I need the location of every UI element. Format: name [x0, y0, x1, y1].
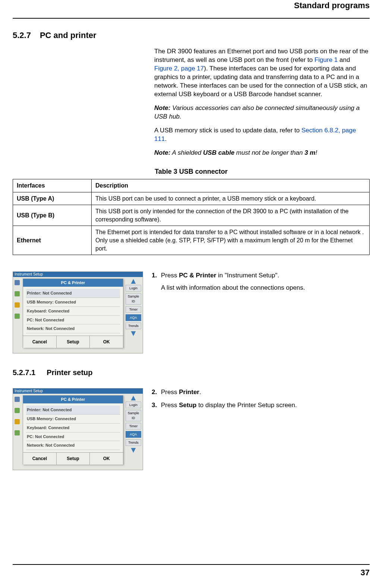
- usb-connector-table: Interfaces Description USB (Type A) This…: [13, 179, 370, 255]
- list-item[interactable]: PC: Not Connected: [26, 432, 120, 441]
- list-item[interactable]: Network: Not Connected: [26, 324, 120, 333]
- timer-button[interactable]: Timer: [126, 423, 141, 430]
- cancel-button[interactable]: Cancel: [23, 336, 57, 348]
- ok-button[interactable]: OK: [90, 336, 123, 348]
- desc-ethernet: The Ethernet port is intended for data t…: [92, 226, 370, 255]
- sidebar-icon: [15, 302, 20, 308]
- table-header-interfaces: Interfaces: [13, 179, 92, 192]
- list-item[interactable]: Keyboard: Connected: [26, 424, 120, 432]
- intro-paragraph: The DR 3900 features an Ethernet port an…: [154, 47, 370, 99]
- screenshot-pc-printer-2: Instrument Setup PC & Printer Printer: N…: [13, 388, 143, 470]
- desc-usb-a: This USB port can be used to connect a p…: [92, 192, 370, 205]
- figure2-link[interactable]: Figure 2, page 17: [154, 65, 204, 72]
- top-rule: [13, 18, 370, 19]
- sidebar-icon: [15, 419, 20, 424]
- screenshot-rightbar: ▲ Login Sample ID Timer AQA Trends ▼: [126, 395, 141, 467]
- step1-block: Press PC & Printer in "Instrument Setup"…: [152, 271, 370, 297]
- pc-printer-dialog: PC & Printer Printer: Not Connected USB …: [23, 395, 123, 465]
- window-title: Instrument Setup: [13, 388, 143, 394]
- sampleid-button[interactable]: Sample ID: [126, 293, 141, 304]
- list-item[interactable]: PC: Not Connected: [26, 316, 120, 325]
- body-column: The DR 3900 features an Ethernet port an…: [154, 47, 370, 157]
- connection-list: Printer: Not Connected USB Memory: Conne…: [23, 403, 123, 452]
- dialog-title: PC & Printer: [23, 396, 123, 403]
- section-number: 5.2.7: [13, 30, 31, 41]
- desc-usb-b: This USB port is only intended for the c…: [92, 205, 370, 226]
- pc-printer-dialog: PC & Printer Printer: Not Connected USB …: [23, 279, 123, 348]
- screenshot-sidebar: [13, 277, 21, 353]
- list-item[interactable]: Keyboard: Connected: [26, 307, 120, 316]
- setup-button[interactable]: Setup: [57, 453, 90, 465]
- sidebar-icon: [15, 430, 20, 435]
- usb-stick-paragraph: A USB memory stick is used to update dat…: [154, 126, 370, 144]
- list-item[interactable]: Printer: Not Connected: [26, 406, 120, 415]
- list-item[interactable]: USB Memory: Connected: [26, 415, 120, 424]
- step-3: Press Setup to display the Printer Setup…: [159, 401, 370, 410]
- sidebar-icon: [15, 314, 20, 319]
- iface-usb-b: USB (Type B): [13, 205, 92, 226]
- sidebar-icon: [15, 408, 20, 413]
- screenshot-sidebar: [13, 394, 21, 470]
- scroll-down-icon[interactable]: ▼: [126, 331, 141, 336]
- section-heading: 5.2.7 PC and printer: [13, 30, 370, 41]
- list-item[interactable]: Network: Not Connected: [26, 441, 120, 450]
- figure-step1-row: Instrument Setup PC & Printer Printer: N…: [13, 271, 370, 353]
- figure1-link[interactable]: Figure 1: [314, 56, 338, 63]
- dialog-buttons: Cancel Setup OK: [23, 452, 123, 465]
- cancel-button[interactable]: Cancel: [23, 453, 57, 465]
- subsection-number: 5.2.7.1: [13, 368, 35, 378]
- timer-button[interactable]: Timer: [126, 306, 141, 313]
- sidebar-icon: [15, 280, 20, 285]
- bottom-rule: [13, 564, 370, 565]
- login-button[interactable]: Login: [126, 285, 141, 292]
- table-caption: Table 3 USB connector: [13, 167, 370, 176]
- sidebar-icon: [15, 397, 20, 402]
- step-1: Press PC & Printer in "Instrument Setup"…: [159, 271, 370, 292]
- screenshot-pc-printer-1: Instrument Setup PC & Printer Printer: N…: [13, 271, 143, 353]
- sampleid-button[interactable]: Sample ID: [126, 410, 141, 421]
- dialog-buttons: Cancel Setup OK: [23, 336, 123, 348]
- list-item[interactable]: USB Memory: Connected: [26, 298, 120, 307]
- table-row: USB (Type A) This USB port can be used t…: [13, 192, 370, 205]
- sidebar-icon: [15, 291, 20, 296]
- iface-usb-a: USB (Type A): [13, 192, 92, 205]
- iface-ethernet: Ethernet: [13, 226, 92, 255]
- table-header-description: Description: [92, 179, 370, 192]
- list-item[interactable]: Printer: Not Connected: [26, 289, 120, 298]
- subsection-heading: 5.2.7.1 Printer setup: [13, 368, 370, 378]
- section-title: PC and printer: [40, 30, 97, 41]
- window-title: Instrument Setup: [13, 272, 143, 277]
- scroll-up-icon[interactable]: ▲: [126, 395, 141, 400]
- table-row: Ethernet The Ethernet port is intended f…: [13, 226, 370, 255]
- page: Standard programs 5.2.7 PC and printer T…: [0, 0, 392, 582]
- setup-button[interactable]: Setup: [57, 336, 90, 348]
- scroll-down-icon[interactable]: ▼: [126, 447, 141, 452]
- step23-block: Press Printer. Press Setup to display th…: [152, 388, 370, 414]
- page-number: 37: [361, 567, 370, 578]
- step-1-sub: A list with information about the connec…: [161, 284, 370, 292]
- aqa-button[interactable]: AQA: [126, 431, 141, 438]
- subsection-title: Printer setup: [47, 368, 92, 378]
- login-button[interactable]: Login: [126, 402, 141, 408]
- connection-list: Printer: Not Connected USB Memory: Conne…: [23, 287, 123, 336]
- aqa-button[interactable]: AQA: [126, 314, 141, 321]
- figure-step23-row: Instrument Setup PC & Printer Printer: N…: [13, 388, 370, 470]
- running-head: Standard programs: [13, 0, 370, 13]
- note-usb-hub: Note: Various accessories can also be co…: [154, 104, 370, 121]
- screenshot-rightbar: ▲ Login Sample ID Timer AQA Trends ▼: [126, 279, 141, 350]
- step-2: Press Printer.: [159, 388, 370, 397]
- scroll-up-icon[interactable]: ▲: [126, 279, 141, 283]
- dialog-title: PC & Printer: [23, 279, 123, 287]
- ok-button[interactable]: OK: [90, 453, 123, 465]
- note-cable-length: Note: A shielded USB cable must not be l…: [154, 149, 370, 157]
- table-row: USB (Type B) This USB port is only inten…: [13, 205, 370, 226]
